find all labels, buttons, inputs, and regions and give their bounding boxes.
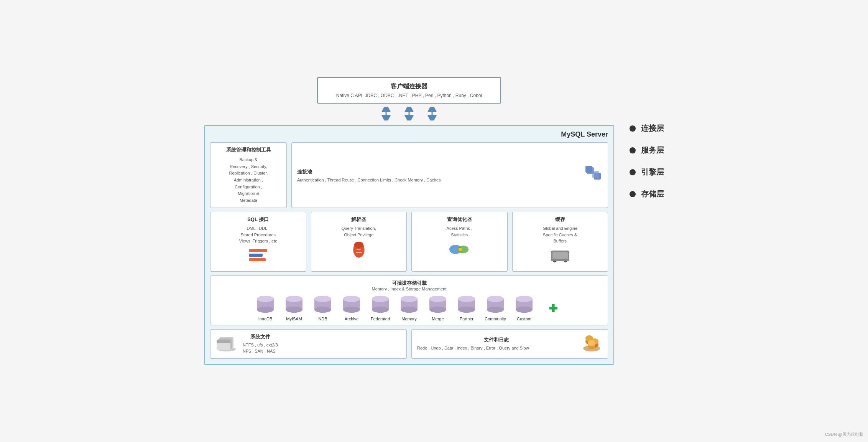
- svg-point-56: [487, 307, 504, 313]
- file-log-content: Redo , Undo , Data , Index , Binary , Er…: [417, 345, 575, 351]
- svg-point-48: [429, 307, 446, 313]
- svg-rect-7: [249, 249, 267, 252]
- conn-pool-box: 连接池 Authentication , Thread Reuse , Conn…: [291, 142, 608, 208]
- conn-pool-text: 连接池 Authentication , Thread Reuse , Conn…: [297, 168, 441, 182]
- engine-merge: Merge: [426, 295, 450, 321]
- client-connector-title: 客户端连接器: [333, 82, 485, 91]
- svg-point-41: [372, 296, 389, 302]
- engine-custom: Custom: [512, 295, 537, 321]
- optimizer-content: Acess Paths , Statistics: [416, 225, 503, 238]
- svg-point-49: [429, 296, 446, 302]
- legend-dot-1: [630, 147, 636, 153]
- arrow-2: [403, 107, 415, 122]
- svg-point-53: [458, 296, 475, 302]
- bottom-section: 系统文件 NTFS , ufs , ext2/3 NFS , SAN , NAS…: [210, 329, 608, 359]
- optimizer-title: 查询优化器: [416, 216, 503, 223]
- sys-files-text: 系统文件 NTFS , ufs , ext2/3 NFS , SAN , NAS: [243, 333, 278, 355]
- cache-icon: [516, 247, 604, 267]
- storage-engine-section: 可插拔存储引擎 Memory , Index & Storage Managem…: [210, 275, 608, 325]
- sys-files-title: 系统文件: [243, 333, 278, 340]
- sql-interface-box: SQL 接口 DML , DDL , Stored Procedures Vie…: [210, 212, 306, 272]
- svg-point-44: [401, 307, 418, 313]
- watermark: CSDN @贝壳玩电脑: [825, 432, 863, 437]
- engine-archive-label: Archive: [345, 317, 359, 321]
- svg-rect-6: [592, 171, 599, 178]
- svg-point-32: [314, 307, 331, 313]
- mysql-server-title: MySQL Server: [210, 130, 608, 139]
- arrow-3: [426, 107, 438, 122]
- engine-memory: Memory: [397, 295, 422, 321]
- svg-point-61: [516, 296, 533, 302]
- engine-add: ✚: [541, 302, 566, 321]
- add-icon: ✚: [549, 302, 557, 315]
- sys-files-content: NTFS , ufs , ext2/3 NFS , SAN , NAS: [243, 342, 278, 355]
- svg-point-40: [372, 307, 389, 313]
- engine-ndb: NDB: [311, 295, 335, 321]
- engine-innodb-label: InnoDB: [258, 317, 273, 321]
- arrow-1: [380, 107, 392, 122]
- file-log-icon: [581, 334, 602, 354]
- optimizer-icon: [416, 241, 503, 261]
- engine-federated: Federated: [368, 295, 393, 321]
- svg-point-73: [588, 340, 595, 346]
- mgmt-tools-title: 系统管理和控制工具: [214, 147, 283, 153]
- legend-dot-3: [630, 191, 636, 197]
- legend-item-1: 服务层: [630, 145, 664, 155]
- engine-memory-label: Memory: [401, 317, 417, 321]
- engine-ndb-label: NDB: [318, 317, 327, 321]
- sys-files-box: 系统文件 NTFS , ufs , ext2/3 NFS , SAN , NAS: [210, 329, 407, 359]
- storage-engine-subtitle: Memory , Index & Storage Management: [216, 287, 602, 291]
- optimizer-box: 查询优化器 Acess Paths , Statistics: [411, 212, 508, 272]
- svg-point-29: [286, 296, 302, 302]
- file-log-title: 文件和日志: [417, 336, 575, 343]
- sys-files-icon: [216, 334, 237, 354]
- svg-rect-16: [459, 248, 462, 251]
- storage-engine-title: 可插拔存储引擎: [216, 280, 602, 287]
- parser-content: Query Translation, Object Privilege: [315, 225, 403, 238]
- svg-point-45: [401, 296, 418, 302]
- engine-community-label: Community: [485, 317, 506, 321]
- mgmt-tools-box: 系统管理和控制工具 Backup & Recovery , Security, …: [210, 142, 287, 208]
- engine-federated-label: Federated: [371, 317, 390, 321]
- conn-pool-title: 连接池: [297, 168, 441, 175]
- svg-point-24: [257, 307, 274, 313]
- client-connector-subtitle: Native C API, JDBC , ODBC , .NET , PHP ,…: [333, 93, 485, 98]
- svg-rect-9: [249, 258, 266, 261]
- arrows-row: [380, 107, 438, 122]
- sql-interface-title: SQL 接口: [214, 216, 302, 223]
- main-container: 客户端连接器 Native C API, JDBC , ODBC , .NET …: [204, 77, 664, 365]
- engine-list: InnoDB MyISAM: [216, 295, 602, 321]
- mgmt-tools-content: Backup & Recovery , Security, Replicatio…: [214, 157, 283, 204]
- conn-pool-icon: [584, 164, 602, 186]
- file-log-text: 文件和日志 Redo , Undo , Data , Index , Binar…: [417, 336, 575, 351]
- legend-label-3: 存储层: [641, 189, 664, 199]
- engine-myisam-label: MyISAM: [286, 317, 302, 321]
- engine-merge-label: Merge: [432, 317, 444, 321]
- svg-rect-8: [249, 254, 263, 257]
- svg-point-11: [354, 242, 363, 248]
- svg-point-52: [458, 307, 475, 313]
- cache-box: 缓存 Global and Engine Specific Caches & B…: [512, 212, 608, 272]
- mysql-server: MySQL Server 系统管理和控制工具 Backup & Recovery…: [204, 125, 614, 365]
- engine-community: Community: [483, 295, 508, 321]
- client-connector-box: 客户端连接器 Native C API, JDBC , ODBC , .NET …: [317, 77, 501, 104]
- parser-title: 解析器: [315, 216, 403, 223]
- engine-partner-label: Partner: [460, 317, 473, 321]
- parser-box: 解析器 Query Translation, Object Privilege: [311, 212, 407, 272]
- legend-label-1: 服务层: [641, 145, 664, 155]
- svg-point-60: [516, 307, 533, 313]
- engine-innodb: InnoDB: [253, 295, 278, 321]
- legend-item-0: 连接层: [630, 123, 664, 134]
- legend: 连接层 服务层 引擎层 存储层: [630, 77, 664, 199]
- storage-engine-header: 可插拔存储引擎 Memory , Index & Storage Managem…: [216, 280, 602, 291]
- parser-icon: [315, 241, 403, 262]
- svg-point-37: [343, 296, 360, 302]
- cache-content: Global and Engine Specific Caches & Buff…: [516, 225, 604, 244]
- svg-rect-21: [551, 259, 569, 261]
- engine-myisam: MyISAM: [282, 295, 307, 321]
- legend-label-2: 引擎层: [641, 167, 664, 177]
- sql-interface-content: DML , DDL , Stored Procedures Views ,Tri…: [214, 225, 302, 244]
- legend-label-0: 连接层: [641, 123, 664, 134]
- engine-partner: Partner: [454, 295, 479, 321]
- sql-icon: [214, 247, 302, 267]
